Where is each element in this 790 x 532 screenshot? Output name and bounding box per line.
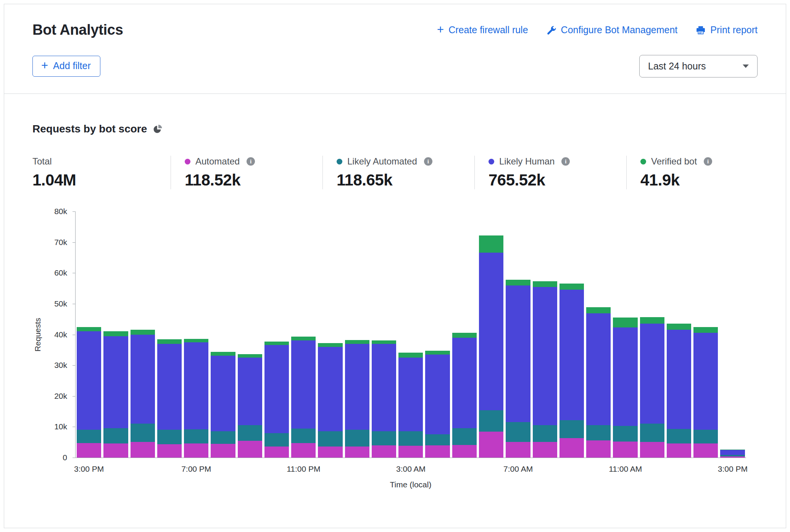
info-icon[interactable]: i: [561, 157, 570, 166]
bar-segment-verified-bot: [559, 284, 584, 290]
info-icon[interactable]: i: [704, 157, 712, 166]
bar-segment-verified-bot: [345, 340, 369, 344]
bar-segment-automated: [157, 444, 182, 458]
bar[interactable]: [558, 211, 585, 458]
bar[interactable]: [344, 211, 371, 458]
bar-segment-likely-human: [264, 345, 289, 433]
likely-automated-legend-dot: [337, 159, 342, 164]
bar-segment-automated: [693, 443, 718, 458]
y-tick-label: 60k: [54, 268, 67, 277]
bar[interactable]: [478, 211, 505, 458]
bar-segment-likely-automated: [640, 424, 664, 442]
bar-segment-likely-human: [291, 340, 316, 429]
x-tick-label: 3:00 AM: [396, 464, 426, 474]
wrench-icon: [547, 25, 556, 35]
y-tick-mark: [73, 396, 76, 397]
bar[interactable]: [371, 211, 397, 458]
requests-by-bot-score-section: Requests by bot score Total 1.04M Automa…: [4, 123, 786, 505]
x-ticks: 3:00 PM7:00 PM11:00 PM3:00 AM7:00 AM11:0…: [76, 464, 746, 475]
bar[interactable]: [290, 211, 317, 458]
bar[interactable]: [719, 211, 746, 458]
bar-segment-verified-bot: [479, 235, 503, 253]
bar[interactable]: [317, 211, 343, 458]
bar-segment-verified-bot: [264, 342, 289, 345]
bar-segment-verified-bot: [372, 340, 396, 344]
y-tick-label: 20k: [54, 392, 67, 401]
bar[interactable]: [424, 211, 451, 458]
bar[interactable]: [156, 211, 183, 458]
x-axis-title: Time (local): [75, 480, 746, 489]
bar-segment-likely-automated: [693, 430, 718, 443]
bar-segment-likely-automated: [291, 429, 316, 443]
bar[interactable]: [76, 211, 102, 458]
stat-likely-automated-value: 118.65k: [337, 171, 474, 189]
print-report-link[interactable]: Print report: [696, 24, 758, 35]
likely-human-legend-dot: [489, 159, 494, 164]
y-tick-label: 10k: [54, 422, 67, 431]
y-tick-label: 30k: [54, 361, 67, 370]
bar-segment-likely-automated: [425, 434, 450, 445]
bar-segment-verified-bot: [452, 333, 477, 337]
requests-chart: Requests 010k20k30k40k50k60k70k80k 3:00 …: [32, 211, 758, 489]
bar[interactable]: [263, 211, 290, 458]
bar[interactable]: [102, 211, 129, 458]
chevron-down-icon: [743, 64, 749, 68]
x-tick-label: 7:00 PM: [181, 464, 211, 474]
info-icon[interactable]: i: [247, 157, 255, 166]
bar-segment-likely-human: [640, 324, 664, 424]
y-tick-mark: [73, 273, 76, 273]
bar-segment-automated: [613, 442, 637, 458]
info-icon[interactable]: i: [424, 157, 432, 166]
bar[interactable]: [692, 211, 719, 458]
bar-segment-likely-automated: [506, 422, 530, 442]
bar-segment-automated: [506, 442, 530, 458]
print-report-label: Print report: [710, 24, 758, 35]
create-firewall-rule-link[interactable]: + Create firewall rule: [437, 24, 528, 35]
automated-legend-dot: [185, 159, 190, 164]
bar-segment-automated: [559, 438, 584, 458]
bars: [76, 211, 746, 458]
bar-segment-likely-automated: [613, 426, 637, 442]
bar-segment-likely-automated: [211, 431, 235, 444]
bar-segment-verified-bot: [157, 339, 182, 344]
bar-segment-likely-human: [425, 355, 450, 434]
bar-segment-likely-human: [372, 344, 396, 431]
stat-automated: Automated i 118.52k: [171, 156, 322, 189]
bar-segment-automated: [291, 443, 316, 458]
bar-segment-likely-human: [613, 327, 637, 426]
bar[interactable]: [532, 211, 558, 458]
time-range-select[interactable]: Last 24 hours: [639, 55, 758, 77]
configure-bot-management-label: Configure Bot Management: [561, 24, 678, 35]
bar-segment-likely-automated: [667, 429, 691, 443]
bar[interactable]: [666, 211, 692, 458]
section-title: Requests by bot score: [32, 123, 147, 135]
bar-segment-likely-automated: [479, 410, 503, 432]
bar-segment-automated: [77, 443, 101, 458]
bar[interactable]: [183, 211, 210, 458]
bar[interactable]: [451, 211, 478, 458]
bar-segment-likely-human: [533, 287, 557, 426]
y-tick-mark: [73, 242, 76, 243]
bar-segment-automated: [667, 443, 691, 458]
stat-verified-bot-label: Verified bot: [651, 156, 697, 167]
x-tick-label: 11:00 AM: [609, 464, 642, 474]
bar-segment-likely-automated: [398, 431, 423, 446]
printer-icon: [696, 25, 706, 35]
pie-chart-icon: [153, 124, 163, 134]
y-tick-label: 80k: [54, 207, 67, 216]
y-tick-label: 40k: [54, 330, 67, 339]
bar-segment-verified-bot: [533, 281, 557, 287]
bar[interactable]: [129, 211, 156, 458]
add-filter-button[interactable]: + Add filter: [32, 56, 100, 77]
bar[interactable]: [210, 211, 236, 458]
bar[interactable]: [612, 211, 638, 458]
x-tick-label: 7:00 AM: [503, 464, 533, 474]
bar[interactable]: [639, 211, 666, 458]
bar-segment-likely-automated: [103, 428, 128, 443]
y-tick-label: 70k: [54, 238, 67, 247]
bar[interactable]: [585, 211, 612, 458]
bar[interactable]: [397, 211, 424, 458]
bar[interactable]: [237, 211, 263, 458]
configure-bot-management-link[interactable]: Configure Bot Management: [547, 24, 678, 35]
bar[interactable]: [505, 211, 531, 458]
